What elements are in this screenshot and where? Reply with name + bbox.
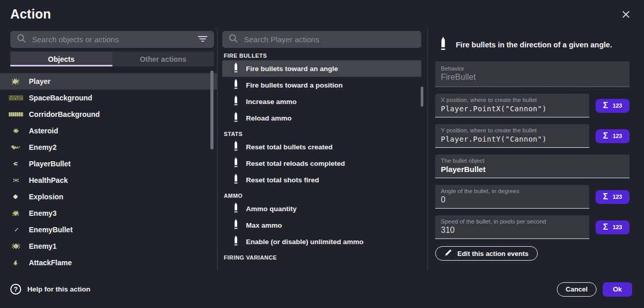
action-row[interactable]: Increase ammo	[222, 93, 421, 110]
enemy2-sprite-icon	[8, 145, 24, 149]
action-row[interactable]: Reset total shots fired	[222, 172, 421, 188]
action-row[interactable]: Max ammo	[222, 217, 421, 233]
action-row[interactable]: Fire bullets toward a position	[222, 77, 421, 93]
actions-search-placeholder: Search Player actions	[244, 35, 415, 44]
bullet-icon	[234, 112, 238, 124]
bullet-icon	[234, 79, 238, 91]
action-label: Enable (or disable) unlimited ammo	[246, 238, 364, 246]
action-row[interactable]: Reset total reloads completed	[222, 155, 421, 172]
parameter-field[interactable]: X position, where to create the bulletPl…	[435, 94, 589, 117]
parameter-row: Speed of the bullet, in pixels per secon…	[435, 215, 630, 239]
object-name: AttackFlame	[29, 259, 72, 267]
object-row[interactable]: SpaceBackground	[0, 90, 217, 106]
asteroid-sprite-icon	[8, 129, 24, 133]
object-row[interactable]: Player	[0, 73, 217, 90]
actions-search-input[interactable]: Search Player actions	[222, 31, 421, 48]
objects-panel: Search objects or actions Objects Other …	[0, 28, 217, 270]
close-icon[interactable]	[620, 9, 632, 20]
dialog-header: Action	[0, 0, 644, 28]
object-name: CorridorBackground	[29, 110, 100, 118]
parameter-value: 0	[441, 195, 445, 204]
parameter-field[interactable]: Speed of the bullet, in pixels per secon…	[435, 215, 589, 239]
object-row[interactable]: Enemy1	[0, 238, 217, 254]
bullet-icon	[234, 141, 238, 153]
action-label: Reset total bullets created	[246, 143, 333, 151]
action-section-header: STATS	[224, 131, 427, 137]
object-name: SpaceBackground	[29, 94, 92, 102]
object-row[interactable]: EnemyBullet	[0, 221, 217, 238]
action-label: Ammo quantity	[246, 205, 296, 213]
actions-list: FIRE BULLETSFire bullets toward an angle…	[218, 53, 427, 261]
action-label: Fire bullets toward an angle	[246, 65, 338, 73]
objects-scrollbar[interactable]	[210, 71, 213, 149]
action-row[interactable]: Fire bullets toward an angle	[222, 60, 421, 77]
action-label: Max ammo	[246, 221, 282, 229]
health-pack-sprite-icon	[8, 179, 24, 182]
action-row[interactable]: Reload ammo	[222, 110, 421, 126]
action-row[interactable]: Reset total bullets created	[222, 139, 421, 155]
tab-other-actions[interactable]: Other actions	[112, 52, 214, 66]
object-name: PlayerBullet	[29, 160, 71, 168]
bullet-icon	[234, 62, 238, 75]
action-label: Reload ammo	[246, 114, 292, 122]
object-name: EnemyBullet	[29, 226, 73, 234]
actions-scrollbar[interactable]	[421, 87, 423, 107]
object-row[interactable]: Asteroid	[0, 123, 217, 139]
object-name: Enemy1	[29, 242, 57, 250]
bullet-icon	[234, 219, 238, 231]
tab-objects[interactable]: Objects	[10, 52, 112, 66]
filter-icon[interactable]	[197, 35, 208, 44]
object-name: Asteroid	[29, 127, 58, 135]
action-row[interactable]: Enable (or disable) unlimited ammo	[222, 233, 421, 250]
footer-buttons: Cancel Ok	[557, 282, 632, 297]
player-sprite-icon	[8, 78, 24, 84]
help-icon: ?	[10, 284, 21, 295]
objects-search-input[interactable]: Search objects or actions	[10, 31, 214, 48]
expression-editor-button[interactable]: Σ123	[596, 190, 630, 204]
help-link[interactable]: ? Help for this action	[10, 284, 90, 295]
action-label: Fire bullets toward a position	[246, 81, 343, 89]
parameter-label: Behavior	[441, 65, 624, 72]
sigma-icon: Σ	[603, 192, 608, 201]
expression-editor-button[interactable]: Σ123	[596, 220, 630, 234]
parameter-field: BehaviorFireBullet	[435, 61, 630, 87]
tab-bar: Objects Other actions	[10, 52, 214, 66]
parameter-value: Player.PointY("Cannon")	[441, 135, 547, 143]
parameter-field[interactable]: Y position, where to create the bulletPl…	[435, 124, 589, 148]
action-description: Fire bullets in the direction of a given…	[456, 41, 612, 49]
ok-button[interactable]: Ok	[603, 282, 632, 297]
parameters-panel: Fire bullets in the direction of a given…	[428, 28, 644, 270]
numbers-123-icon: 123	[613, 194, 622, 200]
expression-editor-button[interactable]: Σ123	[596, 129, 630, 143]
parameter-field[interactable]: Angle of the bullet, in degrees0	[435, 185, 589, 209]
object-row[interactable]: CorridorBackground	[0, 106, 217, 123]
action-row[interactable]: Ammo quantity	[222, 200, 421, 217]
dialog-content: Search objects or actions Objects Other …	[0, 28, 644, 270]
attack-flame-sprite-icon	[8, 260, 24, 265]
objects-list: PlayerSpaceBackgroundCorridorBackgroundA…	[0, 73, 217, 271]
parameter-field[interactable]: The bullet objectPlayerBullet	[435, 155, 630, 178]
enemy1-sprite-icon	[8, 244, 24, 249]
object-row[interactable]: Explosion	[0, 189, 217, 205]
object-name: Enemy3	[29, 209, 57, 217]
search-icon	[16, 33, 26, 45]
parameter-label: Speed of the bullet, in pixels per secon…	[441, 218, 584, 225]
object-row[interactable]: HealthPack	[0, 172, 217, 189]
action-label: Reset total shots fired	[246, 176, 319, 184]
edit-action-events-button[interactable]: Edit this action events	[435, 246, 538, 261]
expression-editor-button[interactable]: Σ123	[596, 99, 630, 113]
enemy3-sprite-icon	[8, 211, 24, 216]
parameter-fields: BehaviorFireBulletX position, where to c…	[435, 61, 630, 239]
action-label: Increase ammo	[246, 98, 296, 106]
object-row[interactable]: AttackFlame	[0, 254, 217, 271]
object-row[interactable]: Enemy2	[0, 139, 217, 156]
action-section-header: FIRING VARIANCE	[224, 254, 427, 261]
object-row[interactable]: Enemy3	[0, 205, 217, 221]
action-description-row: Fire bullets in the direction of a given…	[440, 37, 630, 53]
dialog-title: Action	[10, 7, 51, 22]
cancel-button[interactable]: Cancel	[557, 282, 597, 297]
objects-search-placeholder: Search objects or actions	[32, 35, 192, 44]
object-row[interactable]: PlayerBullet	[0, 156, 217, 172]
search-icon	[228, 33, 238, 45]
action-label: Reset total reloads completed	[246, 160, 345, 167]
